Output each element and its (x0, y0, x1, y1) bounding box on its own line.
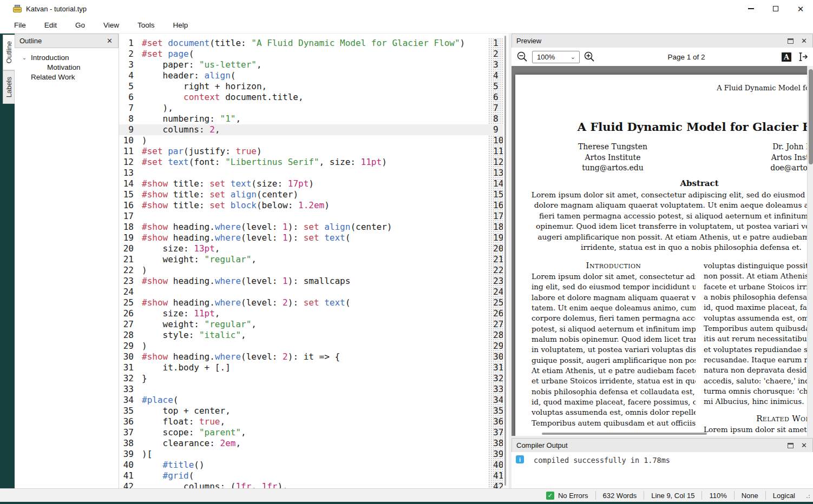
code-line[interactable]: 35 top + center,35 (119, 406, 509, 416)
code-line[interactable]: 12#set text(font: "Libertinus Serif", si… (119, 157, 509, 168)
preview-close-icon[interactable]: ✕ (800, 37, 808, 45)
code-line[interactable]: 42 columns: (1fr, 1fr),42 (119, 481, 509, 488)
chevron-down-icon[interactable]: ⌄ (21, 55, 28, 61)
zoom-level-select[interactable]: 100% ⌄ (532, 51, 580, 63)
code-text: #set text(font: "Libertinus Serif", size… (139, 157, 488, 168)
line-number: 14 (119, 178, 139, 189)
minimize-button[interactable] (738, 0, 763, 17)
code-line[interactable]: 36 float: true,36 (119, 416, 509, 427)
code-line[interactable]: 1313 (119, 168, 509, 178)
code-line[interactable]: 15#show title: set align(center)15 (119, 189, 509, 200)
code-line[interactable]: 3 paper: "us-letter",3 (119, 59, 509, 70)
compiler-float-icon[interactable] (788, 443, 794, 448)
compiler-close-icon[interactable]: ✕ (800, 441, 808, 449)
code-line[interactable]: 9 columns: 2,9 (119, 124, 509, 135)
code-line[interactable]: 41 #grid(41 (119, 470, 509, 481)
code-line[interactable]: 3333 (119, 384, 509, 395)
code-line[interactable]: 39)[39 (119, 449, 509, 460)
outline-item-label: Related Work (31, 73, 75, 81)
code-line[interactable]: 31 it.body + [.]31 (119, 362, 509, 373)
code-line[interactable]: 6 context document.title,6 (119, 92, 509, 103)
outline-item-related-work[interactable]: Related Work (15, 72, 119, 82)
code-text: it.body + [.] (139, 362, 488, 373)
document-title: A Fluid Dynamic Model for Glacier Flow (515, 120, 813, 134)
code-text: top + center, (139, 406, 488, 416)
code-text: numbering: "1", (139, 114, 488, 124)
line-number: 13 (119, 168, 139, 178)
zoom-out-button[interactable] (516, 50, 529, 63)
code-line[interactable]: 18#show heading.where(level: 1): set ali… (119, 222, 509, 233)
code-line[interactable]: 2424 (119, 287, 509, 297)
editor-scrollbar[interactable] (503, 34, 509, 488)
status-logical[interactable]: Logical (766, 490, 802, 500)
code-line[interactable]: 19#show heading.where(level: 1): set tex… (119, 233, 509, 243)
menu-help[interactable]: Help (164, 19, 198, 32)
invert-colors-icon[interactable]: A (782, 52, 791, 62)
side-tab-outline[interactable]: Outline (3, 35, 15, 70)
code-line[interactable]: 4 header: align(4 (119, 70, 509, 81)
code-line[interactable]: 21 weight: "regular",21 (119, 254, 509, 265)
menu-edit[interactable]: Edit (35, 19, 66, 32)
code-line[interactable]: 11#set par(justify: true)11 (119, 146, 509, 157)
app-icon (13, 5, 22, 12)
preview-vscrollbar[interactable] (807, 66, 813, 436)
code-line[interactable]: 22)22 (119, 265, 509, 276)
code-line[interactable]: 16#show title: set block(below: 1.2em)16 (119, 200, 509, 211)
menu-view[interactable]: View (94, 19, 128, 32)
close-button[interactable]: ✕ (788, 0, 813, 17)
code-text: float: true, (139, 416, 488, 427)
preview-float-icon[interactable] (788, 38, 794, 44)
menu-file[interactable]: File (5, 19, 35, 32)
code-line[interactable]: 25#show heading.where(level: 2): set tex… (119, 297, 509, 308)
code-line[interactable]: 26 size: 11pt,26 (119, 308, 509, 319)
code-line[interactable]: 7 ),7 (119, 103, 509, 114)
code-line[interactable]: 40 #title()40 (119, 460, 509, 470)
menu-tools[interactable]: Tools (128, 19, 164, 32)
code-line[interactable]: 1717 (119, 211, 509, 222)
status-line-9-col-15[interactable]: Line 9, Col 15 (644, 490, 701, 500)
code-line[interactable]: 37 scope: "parent",37 (119, 427, 509, 438)
code-line[interactable]: 20 size: 13pt,20 (119, 243, 509, 254)
preview-viewport[interactable]: A Fluid Dynamic Model for Glacier Flow A… (512, 66, 813, 436)
outline-close-icon[interactable]: ✕ (106, 37, 114, 45)
follow-cursor-icon[interactable] (798, 52, 809, 62)
code-line[interactable]: 8 numbering: "1",8 (119, 114, 509, 124)
code-text: #show title: set block(below: 1.2em) (139, 200, 488, 211)
zoom-level-value: 100% (533, 53, 571, 61)
maximize-button[interactable] (763, 0, 788, 17)
editor-scrollbar-handle[interactable] (504, 36, 506, 486)
code-line[interactable]: 14#show title: set text(size: 17pt)14 (119, 178, 509, 189)
status-632-words[interactable]: 632 Words (596, 490, 644, 500)
code-editor[interactable]: 1#set document(title: "A Fluid Dynamic M… (119, 34, 509, 488)
menu-go[interactable]: Go (66, 19, 94, 32)
zoom-in-button[interactable] (583, 50, 596, 63)
resize-grip[interactable] (804, 493, 810, 498)
line-number: 11 (119, 146, 139, 157)
code-line[interactable]: 30#show heading.where(level: 2): it => {… (119, 352, 509, 362)
code-line[interactable]: 38 clearance: 2em,38 (119, 438, 509, 449)
code-line[interactable]: 34#place(34 (119, 395, 509, 406)
preview-vscrollbar-handle[interactable] (809, 69, 813, 164)
outline-item-motivation[interactable]: Motivation (15, 62, 119, 72)
abstract-line: fieri tamen permagna accessio potest, si… (523, 211, 813, 221)
code-line[interactable]: 28 style: "italic",28 (119, 330, 509, 341)
code-line[interactable]: 2#set page(2 (119, 49, 509, 59)
code-line[interactable]: 32}32 (119, 373, 509, 384)
line-number: 35 (119, 406, 139, 416)
code-line[interactable]: 23#show heading.where(level: 1): smallca… (119, 276, 509, 287)
status-no-errors[interactable]: ✓No Errors (539, 490, 595, 500)
code-line[interactable]: 1#set document(title: "A Fluid Dynamic M… (119, 38, 509, 49)
side-tab-labels[interactable]: Labels (3, 70, 15, 104)
status-none[interactable]: None (735, 490, 765, 500)
code-text: weight: "regular", (139, 319, 488, 330)
status-110-[interactable]: 110% (702, 490, 733, 500)
code-line[interactable]: 10)10 (119, 135, 509, 146)
outline-item-introduction[interactable]: ⌄Introduction (15, 52, 119, 62)
compiler-panel-header: Compiler Output ✕ (512, 438, 813, 453)
code-line[interactable]: 27 weight: "regular",27 (119, 319, 509, 330)
code-text: size: 11pt, (139, 308, 488, 319)
body-line: mi Albucius, hinc inimicus. Se (704, 396, 813, 407)
preview-hscrollbar-handle[interactable] (542, 433, 707, 435)
code-line[interactable]: 5 right + horizon,5 (119, 81, 509, 92)
code-line[interactable]: 29)29 (119, 341, 509, 352)
